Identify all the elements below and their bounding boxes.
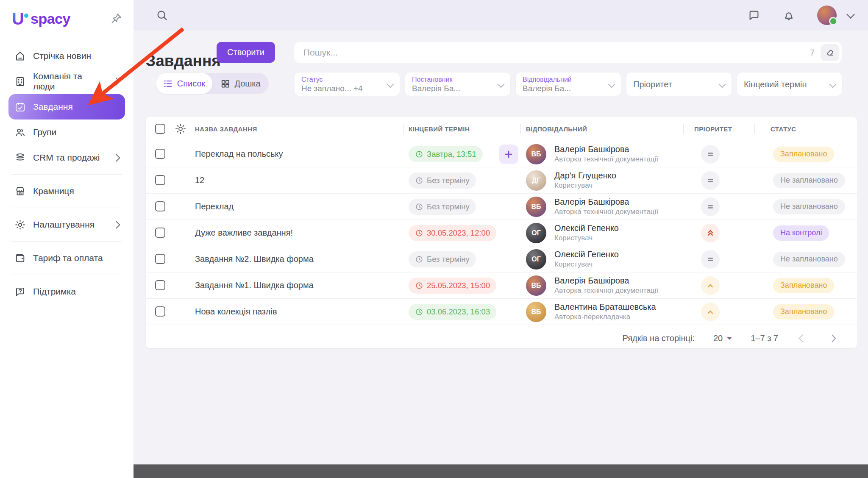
priority-normal-icon[interactable] — [701, 197, 720, 216]
clock-icon — [415, 255, 423, 264]
sidebar-item-feed[interactable]: Стрічка новин — [8, 43, 125, 69]
task-name[interactable]: Завдання №2. Швидка форма — [195, 246, 314, 272]
assignee-name: Валерія Башкірова — [554, 144, 658, 155]
filter-chip-texts: СтатусНе заплано... +4 — [301, 76, 363, 92]
priority-normal-icon[interactable] — [701, 250, 720, 269]
sidebar-item-settings[interactable]: Налаштування — [8, 212, 125, 237]
clear-filters-eraser-icon[interactable] — [821, 44, 839, 61]
search-icon[interactable] — [156, 9, 168, 22]
sidebar-item-support[interactable]: Підтримка — [8, 279, 125, 304]
sidebar-item-groups[interactable]: Групи — [8, 119, 125, 145]
row-checkbox[interactable] — [155, 254, 165, 264]
filter-chip-deadline[interactable]: Кінцевий термін — [737, 72, 843, 96]
filter-chip-assignee[interactable]: ВідповідальнийВалерія Ба... — [515, 72, 621, 96]
priority-high-icon[interactable] — [701, 276, 720, 295]
task-name[interactable]: Дуже важливе завдання! — [195, 220, 293, 246]
status-badge[interactable]: Не заплановано — [773, 252, 845, 267]
task-name[interactable]: Переклад на польську — [195, 141, 283, 167]
company-icon — [14, 76, 26, 87]
column-header-deadline: КІНЦЕВИЙ ТЕРМІН — [409, 125, 470, 133]
topbar — [134, 0, 868, 31]
priority-normal-icon[interactable] — [701, 145, 720, 164]
filter-bar: СтатусНе заплано... +4ПостановникВалерія… — [294, 72, 843, 96]
clock-icon — [415, 176, 423, 185]
status-badge[interactable]: На контролі — [773, 225, 829, 241]
due-date-pill[interactable]: 03.06.2023, 16:03 — [409, 304, 496, 320]
due-date-pill[interactable]: Завтра, 13:51 — [409, 146, 483, 162]
sidebar-item-tariff-payment[interactable]: Тариф та оплата — [8, 245, 125, 271]
wallet-icon — [14, 253, 26, 264]
filter-chip-priority[interactable]: Пріоритет — [626, 72, 732, 96]
assignee-role: Користувач — [554, 233, 619, 243]
support-icon — [14, 286, 26, 297]
row-checkbox[interactable] — [155, 306, 165, 317]
task-name[interactable]: Нова колекція пазлів — [195, 299, 277, 325]
row-checkbox[interactable] — [155, 175, 165, 185]
clock-icon — [415, 150, 423, 158]
pin-sidebar-icon[interactable] — [110, 12, 122, 25]
due-date-text: Без терміну — [427, 202, 470, 211]
assignee-texts: Валерія БашкіроваАвторка технічної докум… — [554, 197, 658, 217]
chevron-down-icon[interactable] — [846, 10, 855, 19]
assignee-texts: Олексій ГепенкоКористувач — [554, 223, 619, 243]
view-board-tab[interactable]: Дошка — [212, 73, 269, 94]
chevron-down-icon — [387, 81, 394, 88]
next-page-button[interactable] — [826, 333, 837, 344]
uspacy-logo[interactable]: U spacy — [11, 9, 70, 28]
previous-page-button[interactable] — [797, 333, 808, 344]
priority-high-icon[interactable] — [701, 303, 720, 321]
messages-icon[interactable] — [748, 9, 760, 22]
view-list-tab[interactable]: Список — [156, 73, 212, 94]
row-checkbox[interactable] — [155, 228, 165, 238]
sidebar: U spacy Стрічка новинКомпанія та людиЗав… — [0, 0, 134, 478]
filter-chip-status[interactable]: СтатусНе заплано... +4 — [294, 72, 400, 96]
add-subtask-button[interactable]: + — [499, 145, 518, 164]
due-date-pill[interactable]: 30.05.2023, 12:00 — [409, 225, 496, 241]
assignee-cell[interactable]: ОГОлексій ГепенкоКористувач — [526, 223, 619, 243]
row-checkbox[interactable] — [155, 149, 165, 159]
sidebar-item-tasks[interactable]: Завдання — [8, 94, 125, 119]
notifications-bell-icon[interactable] — [782, 9, 795, 22]
priority-highest-icon[interactable] — [701, 224, 720, 242]
priority-normal-icon[interactable] — [701, 171, 720, 190]
row-checkbox[interactable] — [155, 201, 165, 211]
table-settings-gear-icon[interactable] — [175, 123, 186, 135]
status-badge[interactable]: Не заплановано — [773, 173, 845, 188]
assignee-cell[interactable]: ВБВалерія БашкіроваАвторка технічної док… — [526, 197, 658, 217]
assignee-texts: Валентина БраташевськаАвторка-перекладач… — [554, 302, 656, 322]
table-row: Завдання №2. Швидка формаБез термінуОГОл… — [146, 246, 857, 272]
assignee-cell[interactable]: ВБВалерія БашкіроваАвторка технічної док… — [526, 144, 658, 164]
sidebar-item-shop[interactable]: Крамниця — [8, 178, 125, 204]
task-search-input[interactable] — [294, 47, 810, 58]
assignee-cell[interactable]: ВБВалерія БашкіроваАвторка технічної док… — [526, 275, 658, 296]
sidebar-item-label: Налаштування — [33, 220, 95, 230]
avatar: ОГ — [526, 223, 546, 243]
select-all-checkbox[interactable] — [155, 124, 165, 134]
assignee-cell[interactable]: ДГДар'я ГлущенкоКористувач — [526, 170, 616, 191]
task-name[interactable]: Завдання №1. Швидка форма — [195, 272, 314, 298]
assignee-role: Користувач — [554, 181, 616, 190]
task-name[interactable]: 12 — [195, 167, 204, 193]
due-date-pill[interactable]: Без терміну — [409, 251, 476, 267]
assignee-cell[interactable]: ВБВалентина БраташевськаАвторка-переклад… — [526, 302, 656, 322]
due-date-pill[interactable]: Без терміну — [409, 172, 476, 189]
filter-chip-initiator[interactable]: ПостановникВалерія Ба... — [405, 72, 511, 96]
filter-value: Валерія Ба... — [412, 84, 460, 92]
status-badge[interactable]: Заплановано — [773, 147, 834, 162]
create-button[interactable]: Створити — [217, 42, 275, 63]
rows-per-page-select[interactable]: 20 — [713, 333, 732, 343]
avatar[interactable] — [817, 6, 837, 25]
status-badge[interactable]: Заплановано — [773, 304, 834, 320]
status-badge[interactable]: Не заплановано — [773, 199, 845, 214]
row-checkbox[interactable] — [155, 280, 165, 290]
due-date-text: 03.06.2023, 16:03 — [427, 307, 490, 317]
sidebar-item-crm-sales[interactable]: CRM та продажі — [8, 145, 125, 170]
due-date-pill[interactable]: Без терміну — [409, 199, 476, 215]
assignee-cell[interactable]: ОГОлексій ГепенкоКористувач — [526, 249, 619, 270]
task-name[interactable]: Переклад — [195, 194, 234, 220]
chevron-down-icon — [498, 81, 505, 88]
due-date-pill[interactable]: 25.05.2023, 15:00 — [409, 278, 496, 294]
sidebar-item-company-people[interactable]: Компанія та люди — [8, 69, 125, 94]
user-menu[interactable] — [817, 6, 854, 25]
status-badge[interactable]: Заплановано — [773, 278, 834, 293]
